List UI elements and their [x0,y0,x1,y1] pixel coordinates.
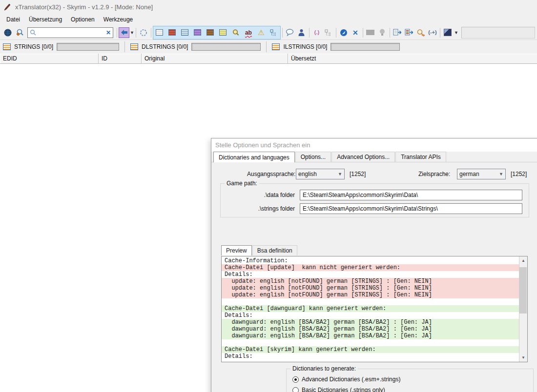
column-id[interactable]: ID [99,54,142,63]
dlstrings-list-icon [130,43,138,50]
preview-line: Details: [222,353,519,360]
list-yellow-icon[interactable] [217,27,229,39]
ilstrings-list-icon [272,43,280,50]
preview-scrollbar[interactable]: ▲ ▼ [519,256,527,362]
strings-tab-label: STRINGS [0/0] [14,43,53,50]
menu-bar: Datei Übersetzung Optionen Werkzeuge [0,14,537,25]
preview-line: Cache-Datei [skyrim] kann generiert werd… [222,346,519,353]
app-icon [4,3,11,11]
dialog-title-bar[interactable]: Stelle Optionen und Sprachen ein [211,138,537,152]
radio-icon[interactable] [292,387,299,392]
scroll-down-icon[interactable]: ▼ [521,353,525,362]
person-icon[interactable] [296,27,308,39]
dest-codepage: [1252] [511,171,527,177]
app-window: xTranslator(x32) - Skyrim - v1.2.9 - [Mo… [0,0,537,392]
toolbar: ✕ ▼ ab ⚠ [0,25,537,40]
export-colored-icon[interactable] [403,27,415,39]
tab-dictionaries-and-languages[interactable]: Dictionaries and languages [213,152,295,162]
radio-label: Basic Dictionaries (.strings only) [302,387,385,392]
filter-toggle-group: ab ⚠ [153,26,281,39]
strings-folder-input[interactable] [300,203,522,214]
dest-language-select[interactable]: german ▼ [457,169,506,179]
image-dropdown-chevron[interactable]: ▼ [454,30,458,35]
lightbulb-icon [376,27,388,39]
menu-optionen[interactable]: Optionen [66,15,99,24]
export-doc-icon[interactable] [392,27,403,39]
column-original[interactable]: Original [142,54,288,63]
image-icon[interactable] [442,27,454,39]
source-language-select[interactable]: english ▼ [296,169,345,179]
back-dropdown-chevron[interactable]: ▼ [130,30,134,35]
dialog-tab-bar: Dictionaries and languages Options... Ad… [211,152,537,162]
preview-line: dawnguard: english [BSA/BA2] german [BSA… [222,326,519,333]
chevron-down-icon: ▼ [338,172,342,176]
dlstrings-progressbar [191,43,261,51]
menu-uebersetzung[interactable]: Übersetzung [24,15,66,24]
radio-icon[interactable] [292,376,299,383]
dashed-circle-icon[interactable] [138,27,149,39]
toolbar-right-panel [461,27,535,39]
tab-translator-apis[interactable]: Translator APIs [395,152,446,162]
dialog-body: Ausgangssprache: english ▼ [1252] Zielsp… [211,162,537,392]
preview-line: dawnguard: english [BSA/BA2] german [BSA… [222,319,519,326]
tab-preview[interactable]: Preview [221,245,252,255]
toolbar-separator [440,28,440,38]
preview-line [222,339,519,346]
globe-icon[interactable] [2,27,14,39]
list-white-icon[interactable] [154,27,165,39]
list-red-icon[interactable] [166,27,178,39]
preview-line: update: english [notFOUND] german [STRIN… [222,285,519,292]
regex-icon[interactable]: (-+) [427,27,438,39]
dialog-title: Stelle Optionen und Sprachen ein [215,141,310,149]
tab-dlstrings[interactable]: DLSTRINGS [0/0] [130,43,261,51]
tree-gray-icon[interactable] [323,27,334,39]
game-path-legend: Game path: [225,180,259,187]
list-mixed-icon[interactable] [205,27,216,39]
tab-ilstrings[interactable]: ILSTRINGS [0/0] [272,43,400,51]
data-folder-input[interactable] [300,190,522,200]
menu-datei[interactable]: Datei [2,15,24,24]
preview-pane[interactable]: Cache-Information:Cache-Datei [update] k… [222,256,519,362]
window-title: xTranslator(x32) - Skyrim - v1.2.9 - [Mo… [15,3,153,11]
tab-bsa-definition[interactable]: Bsa definition [252,245,297,255]
close-x-icon[interactable]: ✕ [350,27,361,39]
toolbar-separator [363,28,363,38]
search-settings-icon[interactable] [14,27,25,39]
column-edid[interactable]: EDID [0,54,99,63]
back-arrow-button[interactable] [119,27,129,38]
menu-werkzeuge[interactable]: Werkzeuge [99,15,137,24]
game-path-group: Game path: .\data folder .\strings folde… [220,183,529,217]
dlstrings-tab-label: DLSTRINGS [0/0] [142,43,188,50]
search-export-icon[interactable] [415,27,427,39]
compass-icon[interactable] [338,27,350,39]
chevron-down-icon: ▼ [499,172,503,176]
strings-list-icon [3,43,11,50]
spellcheck-ab-icon[interactable]: ab [243,27,254,39]
braces-icon[interactable]: (.) [311,27,323,39]
scroll-up-icon[interactable]: ▲ [521,256,525,265]
tree-view-icon[interactable] [268,27,280,39]
tab-advanced-options[interactable]: Advanced Options... [331,152,395,162]
scroll-thumb[interactable] [519,267,527,314]
table-header: EDID ID Original Übersetzt [0,54,537,64]
preview-line: Cache-Information: [222,257,519,264]
source-language-value: english [298,171,338,177]
tab-strings[interactable]: STRINGS [0/0] [3,43,119,51]
generate-option[interactable]: Advanced Dictionaries (.esm+.strings) [292,376,533,383]
search-yellow-icon[interactable] [230,27,242,39]
generate-option[interactable]: Basic Dictionaries (.strings only) [292,387,533,392]
preview-box: Cache-Information:Cache-Datei [update] k… [221,256,528,362]
list-purple-icon[interactable] [192,27,204,39]
column-uebersetzt[interactable]: Übersetzt [288,54,537,63]
toolbar-separator [336,28,336,38]
language-row: Ausgangssprache: english ▼ [1252] Zielsp… [211,169,537,179]
clear-search-icon[interactable]: ✕ [106,29,111,36]
ilstrings-tab-label: ILSTRINGS [0/0] [283,43,327,50]
search-input[interactable] [36,29,106,36]
list-blue-icon[interactable] [179,27,191,39]
preview-line: Cache-Datei [update] kann nicht generier… [222,264,519,271]
warning-icon[interactable]: ⚠ [255,27,267,39]
speech-bubble-icon[interactable] [284,27,296,39]
preview-line [222,298,519,305]
tab-options[interactable]: Options... [295,152,331,162]
